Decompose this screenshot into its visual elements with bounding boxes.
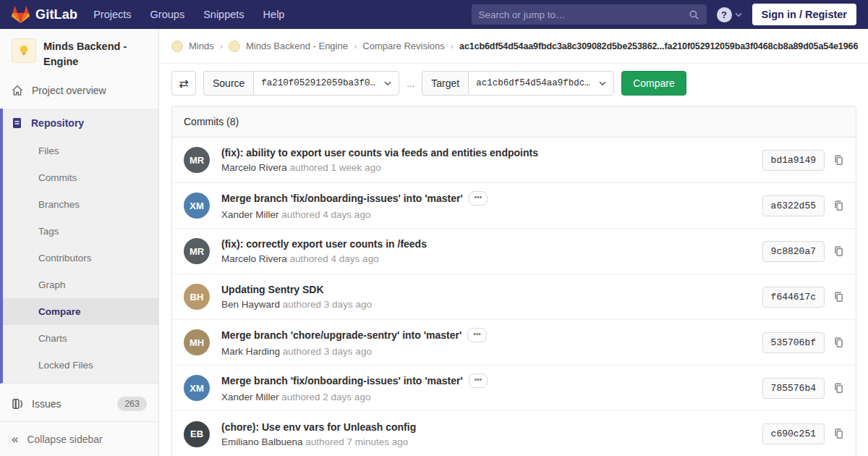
target-ref-dropdown[interactable]: ac1cb6df54d54aa9fbdc…	[468, 71, 614, 96]
source-ref-dropdown[interactable]: fa210f052912059ba3f0…	[253, 71, 399, 96]
sidebar-item-commits[interactable]: Commits	[3, 164, 158, 191]
copy-sha-button[interactable]	[833, 428, 844, 440]
document-icon	[12, 117, 22, 129]
commit-time: authored 4 days ago	[281, 209, 370, 220]
sidebar-item-contributors[interactable]: Contributors	[3, 245, 158, 271]
sidebar-item-issues[interactable]: Issues 263	[0, 389, 158, 418]
commit-author-link[interactable]: Ben Hayward	[221, 299, 280, 310]
copy-icon	[833, 200, 844, 212]
question-icon: ?	[717, 7, 732, 22]
commit-title-link[interactable]: Merge branch 'fix/onboarding-issues' int…	[221, 193, 463, 204]
commits-count-header: Commits (8)	[172, 106, 856, 138]
sidebar-item-compare[interactable]: Compare	[3, 298, 158, 325]
nav-item-groups[interactable]: Groups	[150, 9, 185, 20]
search-input[interactable]	[479, 9, 689, 20]
project-avatar-small	[229, 41, 240, 52]
navbar-menu: Projects Groups Snippets Help	[93, 9, 284, 20]
sidebar-item-project-overview[interactable]: Project overview	[0, 77, 158, 104]
nav-item-help[interactable]: Help	[263, 9, 285, 20]
copy-sha-button[interactable]	[833, 337, 844, 349]
commit-meta: Emiliano Balbuena authored 7 minutes ago	[221, 436, 751, 447]
sidebar-item-branches[interactable]: Branches	[3, 191, 158, 218]
nav-item-snippets[interactable]: Snippets	[203, 9, 244, 20]
copy-sha-button[interactable]	[833, 382, 844, 394]
copy-sha-button[interactable]	[833, 200, 844, 212]
commit-time: authored 3 days ago	[283, 299, 372, 310]
commit-sha-link[interactable]: 9c8820a7	[762, 241, 825, 262]
copy-sha-button[interactable]	[833, 291, 844, 303]
commit-author-link[interactable]: Mark Harding	[221, 346, 280, 357]
sidebar-item-label: Repository	[31, 117, 84, 129]
sidebar-item-files[interactable]: Files	[3, 138, 158, 164]
commits-panel: Commits (8) MR (fix): ability to export …	[171, 106, 856, 456]
avatar[interactable]: MR	[184, 238, 210, 264]
sign-in-register-button[interactable]: Sign in / Register	[752, 4, 856, 25]
nav-item-projects[interactable]: Projects	[93, 9, 131, 20]
commit-author-link[interactable]: Marcelo Rivera	[221, 253, 287, 264]
source-label: Source	[203, 71, 253, 96]
issues-icon	[12, 398, 23, 410]
issues-count-badge: 263	[117, 397, 147, 411]
commit-sha-link[interactable]: a6322d55	[762, 195, 825, 216]
sidebar-item-repository[interactable]: Repository	[3, 109, 158, 138]
commit-sha-link[interactable]: 535706bf	[762, 332, 825, 353]
commit-title-link[interactable]: (chore): Use env vars for Unleash config	[221, 421, 416, 433]
commit-time: authored 4 days ago	[290, 253, 379, 264]
collapse-chevrons-icon: «	[12, 432, 18, 447]
chevron-down-icon	[735, 12, 742, 17]
sidebar-item-tags[interactable]: Tags	[3, 218, 158, 245]
project-sidebar: Minds Backend - Engine Project overview …	[0, 29, 159, 456]
commit-title-link[interactable]: Merge branch 'fix/onboarding-issues' int…	[221, 375, 463, 387]
target-ref-value: ac1cb6df54d54aa9fbdc…	[476, 78, 593, 88]
swap-revisions-button[interactable]: ⇄	[171, 71, 196, 96]
compare-button[interactable]: Compare	[621, 71, 686, 96]
commit-title-link[interactable]: Merge branch 'chore/upgrade-sentry' into…	[221, 329, 461, 341]
commit-sha-link[interactable]: bd1a9149	[762, 150, 825, 171]
commit-author-link[interactable]: Xander Miller	[221, 209, 279, 220]
avatar[interactable]: EB	[184, 421, 210, 447]
commit-author-link[interactable]: Marcelo Rivera	[221, 162, 287, 173]
range-dots-separator: ...	[407, 78, 414, 89]
commit-sha-link[interactable]: f644617c	[762, 287, 825, 308]
commit-time: authored 2 days ago	[281, 392, 370, 402]
breadcrumb-separator: ›	[451, 41, 454, 51]
avatar[interactable]: BH	[184, 284, 210, 310]
home-icon	[12, 85, 23, 96]
avatar[interactable]: MR	[184, 147, 210, 173]
commit-time: authored 1 week ago	[290, 162, 381, 173]
sidebar-item-graph[interactable]: Graph	[3, 271, 158, 298]
sidebar-item-locked-files[interactable]: Locked Files	[3, 352, 158, 379]
help-dropdown[interactable]: ?	[717, 7, 742, 22]
global-search[interactable]	[472, 4, 707, 25]
toggle-commit-description-button[interactable]: •••	[467, 328, 487, 342]
commit-row: XM Merge branch 'fix/onboarding-issues' …	[172, 183, 856, 229]
commit-author-link[interactable]: Emiliano Balbuena	[221, 436, 303, 447]
avatar[interactable]: MH	[184, 329, 210, 355]
sidebar-item-charts[interactable]: Charts	[3, 325, 158, 352]
commits-list: MR (fix): ability to export user counts …	[172, 138, 856, 456]
commit-author-link[interactable]: Xander Miller	[221, 392, 279, 402]
commit-title-link[interactable]: Updating Sentry SDK	[221, 284, 324, 295]
gitlab-logo[interactable]: GitLab	[12, 6, 77, 24]
project-avatar	[12, 38, 36, 63]
target-label: Target	[422, 71, 468, 96]
collapse-sidebar-button[interactable]: « Collapse sidebar	[0, 421, 158, 456]
gitlab-wordmark: GitLab	[35, 7, 77, 22]
commit-time: authored 7 minutes ago	[305, 436, 408, 447]
copy-icon	[833, 337, 844, 349]
breadcrumb-project-link[interactable]: Minds Backend - Engine	[246, 41, 348, 51]
breadcrumb-group-link[interactable]: Minds	[189, 41, 214, 51]
avatar[interactable]: XM	[184, 193, 210, 219]
commit-title-link[interactable]: (fix): correctly export user counts in /…	[221, 238, 427, 250]
commit-sha-link[interactable]: 785576b4	[762, 378, 825, 399]
commit-sha-link[interactable]: c690c251	[762, 423, 825, 444]
copy-icon	[833, 382, 844, 394]
avatar[interactable]: XM	[184, 375, 210, 401]
copy-sha-button[interactable]	[833, 245, 844, 258]
breadcrumb-compare-revisions-link[interactable]: Compare Revisions	[362, 41, 444, 51]
toggle-commit-description-button[interactable]: •••	[469, 191, 488, 206]
project-context-header[interactable]: Minds Backend - Engine	[0, 29, 158, 77]
toggle-commit-description-button[interactable]: •••	[469, 373, 488, 388]
commit-title-link[interactable]: (fix): ability to export user counts via…	[221, 147, 538, 159]
copy-sha-button[interactable]	[833, 154, 844, 166]
